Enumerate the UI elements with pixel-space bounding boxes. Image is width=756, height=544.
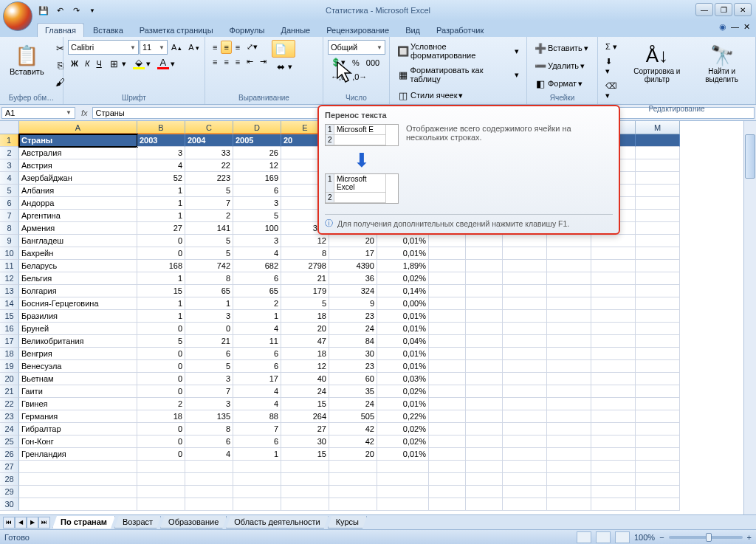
cell-A6[interactable]: Андорра [19,197,137,210]
cell-C13[interactable]: 65 [185,285,233,297]
cell-M12[interactable] [636,272,680,285]
cell-E10[interactable]: 8 [281,247,329,260]
format-cells-button[interactable]: ◧Формат ▾ [532,75,585,92]
cell-G27[interactable] [377,461,429,473]
cell-A2[interactable]: Австралия [19,147,137,159]
cell-B13[interactable]: 15 [137,285,185,297]
cell-F28[interactable] [329,473,377,486]
row-header-29[interactable]: 29 [0,486,19,498]
cell-M22[interactable] [636,398,680,410]
currency-button[interactable]: 💲▾ [328,55,348,69]
cell-E18[interactable]: 18 [281,348,329,360]
cell-M6[interactable] [636,197,680,210]
cell-A21[interactable]: Гаити [19,385,137,398]
font-name-combo[interactable]: Calibri▼ [68,40,139,55]
cell-K16[interactable] [547,323,591,335]
cell-I30[interactable] [466,498,503,511]
cell-E14[interactable]: 5 [281,297,329,310]
cell-C28[interactable] [185,473,233,486]
merge-button[interactable]: ⬌▾ [272,58,295,75]
cell-M24[interactable] [636,423,680,435]
cell-H20[interactable] [429,373,466,385]
cell-C5[interactable]: 5 [185,185,233,197]
cell-D14[interactable]: 2 [233,297,281,310]
col-header-C[interactable]: C [185,121,233,134]
cell-H29[interactable] [429,486,466,498]
align-right-button[interactable]: ≡ [233,55,243,69]
cell-A18[interactable]: Венгрия [19,348,137,360]
ribbon-tab-7[interactable]: Разработчик [429,24,491,37]
cell-J10[interactable] [503,247,547,260]
border-button[interactable]: ⊞▾ [106,55,129,72]
cell-I11[interactable] [466,260,503,272]
cell-B1[interactable]: 2003 [137,134,185,147]
cell-F24[interactable]: 42 [329,423,377,435]
cell-D2[interactable]: 26 [233,147,281,159]
cell-B29[interactable] [137,486,185,498]
row-header-12[interactable]: 12 [0,272,19,285]
font-size-combo[interactable]: 11▼ [140,40,168,55]
cell-H15[interactable] [429,310,466,323]
cell-J13[interactable] [503,285,547,297]
row-header-25[interactable]: 25 [0,435,19,448]
cell-D6[interactable]: 3 [233,197,281,210]
cell-L30[interactable] [591,498,636,511]
cell-H16[interactable] [429,323,466,335]
font-color-button[interactable]: A▾ [154,55,178,72]
cell-C9[interactable]: 5 [185,235,233,247]
name-box[interactable]: A1▼ [1,107,75,119]
grow-font-button[interactable]: A▴ [168,41,185,54]
cell-F29[interactable] [329,486,377,498]
cell-B26[interactable]: 0 [137,448,185,461]
ribbon-tab-4[interactable]: Данные [273,24,317,37]
cell-A4[interactable]: Азербайджан [19,172,137,185]
cell-D26[interactable]: 1 [233,448,281,461]
vertical-scrollbar[interactable] [743,121,756,514]
cell-C8[interactable]: 141 [185,222,233,235]
cell-A28[interactable] [19,473,137,486]
cell-C17[interactable]: 21 [185,335,233,348]
cell-F26[interactable]: 20 [329,448,377,461]
cell-C4[interactable]: 223 [185,172,233,185]
col-header-M[interactable]: M [636,121,680,134]
row-header-15[interactable]: 15 [0,310,19,323]
cell-D9[interactable]: 3 [233,235,281,247]
cell-L11[interactable] [591,260,636,272]
cell-L24[interactable] [591,423,636,435]
cell-F30[interactable] [329,498,377,511]
cell-A12[interactable]: Бельгия [19,272,137,285]
cell-C20[interactable]: 3 [185,373,233,385]
cell-C29[interactable] [185,486,233,498]
cell-I24[interactable] [466,423,503,435]
cell-B12[interactable]: 1 [137,272,185,285]
cell-E26[interactable]: 15 [281,448,329,461]
cell-B25[interactable]: 0 [137,435,185,448]
cell-A26[interactable]: Гренландия [19,448,137,461]
cell-H11[interactable] [429,260,466,272]
cell-M11[interactable] [636,260,680,272]
cell-D1[interactable]: 2005 [233,134,281,147]
align-middle-button[interactable]: ≡ [221,41,231,54]
cell-L25[interactable] [591,435,636,448]
cell-M1[interactable] [636,134,680,147]
cell-I9[interactable] [466,235,503,247]
sheet-tab-2[interactable]: Образование [160,516,227,528]
cell-A5[interactable]: Албания [19,185,137,197]
cell-G29[interactable] [377,486,429,498]
cell-B16[interactable]: 0 [137,323,185,335]
row-header-28[interactable]: 28 [0,473,19,486]
ribbon-tab-5[interactable]: Рецензирование [319,24,396,37]
ribbon-tab-3[interactable]: Формулы [222,24,272,37]
cell-M23[interactable] [636,410,680,423]
cell-K23[interactable] [547,410,591,423]
cell-C18[interactable]: 6 [185,348,233,360]
select-all-corner[interactable] [0,121,19,134]
row-header-22[interactable]: 22 [0,398,19,410]
cell-F17[interactable]: 84 [329,335,377,348]
cell-C1[interactable]: 2004 [185,134,233,147]
ribbon-tab-1[interactable]: Вставка [86,24,131,37]
cell-B2[interactable]: 3 [137,147,185,159]
fill-button[interactable]: ⬇ ▾ [602,55,621,78]
cell-J14[interactable] [503,297,547,310]
sort-filter-button[interactable]: Å↓ Сортировка и фильтр [623,40,690,87]
